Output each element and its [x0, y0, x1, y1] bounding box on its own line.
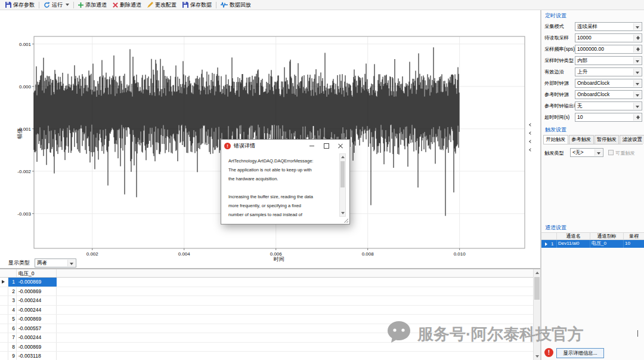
change-config-label: 更改配置 — [155, 1, 177, 9]
sample-value-cell[interactable]: -0.000869 — [17, 343, 57, 352]
channel-row-number: 1 — [551, 241, 553, 247]
sample-value-cell[interactable]: -0.000244 — [17, 306, 57, 315]
grid-row[interactable]: 9-0.003118 — [0, 352, 540, 360]
spinner-down-icon[interactable] — [636, 117, 640, 119]
setting-spinner[interactable]: 1000000.00 — [575, 45, 642, 54]
channel-name-cell[interactable]: Dev11/ai0 — [557, 240, 590, 248]
sample-value-cell[interactable]: -0.000869 — [17, 287, 57, 296]
setting-select[interactable]: 内部 — [575, 56, 642, 65]
grid-row[interactable]: 8-0.000869 — [0, 343, 540, 352]
dialog-titlebar[interactable]: 错误详情 — [221, 140, 349, 152]
toolbar-separator — [39, 2, 39, 8]
setting-select[interactable]: OnboardClock — [575, 90, 642, 99]
error-icon — [224, 143, 231, 149]
sample-value-cell[interactable]: -0.000557 — [17, 324, 57, 333]
sample-value-cell[interactable]: -0.000244 — [17, 296, 57, 305]
col-channel-name[interactable]: 通道名 — [557, 233, 590, 239]
grid-row[interactable]: 1-0.000869 — [0, 278, 540, 287]
setting-row: 采样时钟类型内部 — [541, 55, 644, 66]
svg-text:-0.003: -0.003 — [17, 211, 31, 217]
tab-filter-settings[interactable]: 滤波设置 — [620, 135, 644, 144]
settings-panel: 定时设置 采集模式连续采样待读取采样10000采样频率(sps)1000000.… — [541, 10, 644, 360]
channel-table: 通道名 通道别称 量程 1 Dev11/ai0 电压_0 10 — [541, 232, 644, 248]
display-type-label: 显示类型 — [8, 259, 30, 267]
grid-row[interactable]: 3-0.000244 — [0, 296, 540, 306]
sample-value-cell[interactable]: -0.000869 — [17, 278, 57, 287]
run-dropdown-caret-icon[interactable] — [66, 4, 69, 6]
grid-row[interactable]: 6-0.000557 — [0, 324, 540, 334]
retrigger-checkbox[interactable] — [608, 150, 614, 155]
setting-value: 1000000.00 — [575, 45, 633, 53]
scrollbar-thumb[interactable] — [534, 277, 540, 300]
spinner-down-icon[interactable] — [636, 49, 640, 51]
display-type-select[interactable]: 两者 — [35, 259, 76, 267]
save-params-button[interactable]: 保存参数 — [2, 1, 38, 10]
show-details-button[interactable]: 显示详细信息... — [556, 348, 604, 358]
tab-reference-trigger[interactable]: 参考触发 — [569, 135, 594, 144]
grid-column-header[interactable]: 电压_0 — [17, 269, 57, 277]
sample-value-cell[interactable]: -0.000869 — [17, 315, 57, 324]
trigger-settings-title: 触发设置 — [545, 126, 566, 134]
playback-button[interactable]: 数据回放 — [218, 1, 254, 10]
add-channel-label: 添加通道 — [85, 1, 107, 9]
error-message-line: more frequently, or specifying a fixed — [228, 201, 335, 210]
dialog-scrollbar[interactable] — [339, 153, 346, 217]
col-channel-range[interactable]: 量程 — [624, 233, 644, 239]
setting-select[interactable]: 连续采样 — [575, 22, 642, 31]
setting-label: 采样频率(sps) — [544, 46, 575, 53]
close-button[interactable] — [335, 141, 346, 150]
run-button[interactable]: 运行 — [41, 1, 72, 10]
delete-channel-button[interactable]: 删除通道 — [110, 1, 144, 10]
row-indicator-cell — [0, 287, 8, 296]
setting-row: 有效边沿上升 — [541, 66, 644, 78]
splitter-collapse-handle[interactable] — [528, 124, 534, 151]
scrollbar-thumb[interactable] — [340, 161, 345, 187]
col-channel-alias[interactable]: 通道别称 — [590, 233, 624, 239]
setting-value: OnboardClock — [575, 91, 633, 99]
channel-range-cell[interactable]: 10 — [624, 240, 644, 248]
trigger-type-value: <无> — [571, 149, 595, 156]
timing-fields: 采集模式连续采样待读取采样10000采样频率(sps)1000000.00采样时… — [541, 21, 644, 123]
channel-alias-cell[interactable]: 电压_0 — [590, 240, 624, 248]
panel-collapse-handle[interactable] — [637, 330, 638, 336]
error-dialog: 错误详情 ArtTechnology.ArtDAQ.DAQErrorMessag… — [221, 139, 350, 224]
main-window: 保存参数 运行 添加通道 删除通道 更改配置 — [0, 0, 644, 360]
sample-value-cell[interactable]: -0.003118 — [17, 352, 57, 360]
save-data-button[interactable]: 保存数据 — [179, 1, 215, 10]
table-corner-cell — [541, 233, 557, 239]
trigger-type-select[interactable]: <无> — [570, 148, 603, 157]
add-channel-button[interactable]: 添加通道 — [75, 1, 110, 10]
trigger-tabs: 开始触发 参考触发 暂停触发 滤波设置 — [543, 135, 643, 144]
setting-row: 超时时间(s)10 — [541, 112, 644, 123]
tab-pause-trigger[interactable]: 暂停触发 — [595, 135, 620, 144]
channel-row[interactable]: 1 Dev11/ai0 电压_0 10 — [541, 240, 644, 248]
setting-spinner[interactable]: 10 — [575, 113, 642, 122]
grid-row[interactable]: 7-0.000244 — [0, 333, 540, 343]
grid-row[interactable]: 4-0.000244 — [0, 306, 540, 315]
error-status-icon — [544, 348, 553, 357]
row-number: 2 — [8, 287, 17, 296]
tab-start-trigger[interactable]: 开始触发 — [543, 135, 568, 144]
grid-vertical-scrollbar[interactable] — [533, 269, 540, 360]
maximize-button[interactable] — [321, 141, 332, 150]
setting-row: 采样频率(sps)1000000.00 — [541, 44, 644, 55]
setting-select[interactable]: 无 — [575, 101, 642, 110]
setting-label: 参考时钟源 — [544, 91, 569, 98]
trigger-type-row: 触发类型 <无> 可重触发 — [541, 148, 644, 159]
error-message-line: ArtTechnology.ArtDAQ.DAQErrorMessage: — [228, 156, 335, 165]
run-icon — [44, 2, 50, 8]
setting-row: 外部时钟源OnboardClock — [541, 78, 644, 89]
setting-spinner[interactable]: 10000 — [575, 33, 642, 42]
setting-select[interactable]: 上升 — [575, 67, 642, 76]
row-number: 5 — [8, 315, 17, 324]
minimize-button[interactable] — [306, 141, 318, 150]
sample-value-cell[interactable]: -0.000244 — [17, 333, 57, 342]
change-config-button[interactable]: 更改配置 — [144, 1, 179, 10]
svg-text:0.008: 0.008 — [362, 251, 374, 257]
setting-select[interactable]: OnboardClock — [575, 79, 642, 88]
resize-grip[interactable] — [342, 217, 348, 223]
grid-corner-cell[interactable] — [0, 269, 17, 277]
grid-row[interactable]: 5-0.000869 — [0, 315, 540, 324]
grid-row[interactable]: 2-0.000869 — [0, 287, 540, 297]
spinner-down-icon[interactable] — [636, 38, 640, 40]
